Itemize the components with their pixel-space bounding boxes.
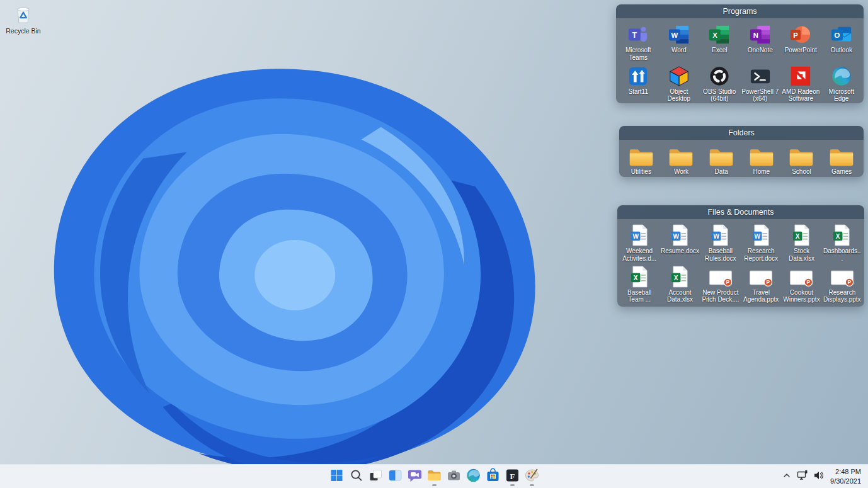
start11-icon [627,64,649,87]
recycle-bin[interactable]: Recycle Bin [3,4,44,35]
svg-text:F: F [510,471,515,480]
tray-clock[interactable]: 2:48 PM 9/30/2021 [827,467,865,485]
desktop-icon-new-product-pitch-deck[interactable]: PNew Product Pitch Deck.... [700,264,741,305]
desktop-icon-onenote[interactable]: NOneNote [740,21,781,63]
icon-label: AMD Radeon Software [781,88,820,103]
fence-programs-title: Programs [722,7,757,16]
taskbar-camera-button[interactable] [444,466,464,487]
icon-label: New Product Pitch Deck.... [701,289,740,304]
desktop-icon-research-displays-pptx[interactable]: PResearch Displays.pptx [822,264,862,305]
svg-text:X: X [674,274,678,281]
desktop-icon-outlook[interactable]: OOutlook [821,21,862,63]
desktop-icon-microsoft-edge[interactable]: Microsoft Edge [821,63,862,103]
taskbar-task-view-button[interactable] [366,466,385,487]
svg-text:P: P [793,31,798,39]
pptdoc-icon: P [830,265,854,288]
desktop-icon-school[interactable]: School [782,143,822,177]
worddoc-icon: W [752,224,770,246]
desktop-icon-research-report-docx[interactable]: WResearch Report.docx [741,222,781,264]
desktop-icon-travel-agenda-pptx[interactable]: PTravel Agenda.pptx [741,264,781,305]
icon-label: Work [674,168,688,176]
folder-icon [829,144,854,167]
desktop-icon-weekend-activites-d[interactable]: WWeekend Activites.d... [619,222,660,264]
running-indicator [432,484,437,486]
svg-text:W: W [632,233,639,240]
desktop-icon-dashboards[interactable]: XDashboards... [822,222,862,264]
taskbar-palette-button[interactable] [522,466,542,487]
exceldoc-icon: X [833,224,851,246]
tray-overflow-button[interactable] [779,467,794,486]
taskbar-start-button[interactable] [327,466,346,487]
desktop-icon-powershell-7-x64[interactable]: PowerShell 7 (x64) [740,63,781,103]
chevron-up-icon [782,470,792,483]
desktop-icon-cookout-winners-pptx[interactable]: PCookout Winners.pptx [781,264,821,305]
taskbar-file-explorer-button[interactable] [425,466,444,487]
icon-label: PowerPoint [785,47,817,54]
fence-folders: Folders UtilitiesWorkDataHomeSchoolGames [619,126,864,177]
desktop-icon-home[interactable]: Home [741,143,782,177]
fence-folders-header[interactable]: Folders [619,126,864,140]
network-button[interactable] [794,467,811,486]
desktop-icon-stock-data-xlsx[interactable]: XStock Data.xlsx [781,222,821,264]
desktop-icon-games[interactable]: Games [821,143,862,177]
desktop-icon-start11[interactable]: Start11 [618,63,659,103]
desktop-icon-data[interactable]: Data [701,143,741,177]
volume-button[interactable] [811,467,827,486]
taskbar-chat-button[interactable] [405,466,425,487]
palette-icon [524,468,539,485]
fence-files-grid: WWeekend Activites.d...WResume.docxWBase… [617,219,864,306]
desktop-icon-amd-radeon-software[interactable]: AMD Radeon Software [780,63,821,103]
desktop-icon-object-desktop[interactable]: Object Desktop [659,63,700,103]
desktop-icon-resume-docx[interactable]: WResume.docx [660,222,700,264]
icon-label: Cookout Winners.pptx [782,289,821,304]
icon-label: Word [671,47,687,54]
powershell-icon [750,64,771,87]
widgets-icon [387,468,403,485]
fence-files-header[interactable]: Files & Documents [617,205,864,219]
desktop-icon-account-data-xlsx[interactable]: XAccount Data.xlsx [660,264,700,305]
icon-label: Utilities [631,168,651,176]
chat-icon [407,468,422,485]
obs-icon [709,64,730,87]
icon-label: Games [831,168,852,176]
svg-text:T: T [632,31,637,40]
icon-label: Data [715,168,728,176]
desktop-icon-work[interactable]: Work [661,143,702,177]
svg-text:W: W [754,233,760,240]
edge-icon [465,468,481,485]
fence-programs-header[interactable]: Programs [616,4,864,18]
powerpoint-icon: P [790,23,811,45]
worddoc-icon: W [631,224,649,246]
desktop-icon-word[interactable]: WWord [659,21,700,63]
svg-text:P: P [767,279,770,285]
icon-label: Account Data.xlsx [660,289,699,304]
desktop-icon-excel[interactable]: XExcel [699,21,740,63]
pptdoc-icon: P [749,265,773,288]
icon-label: Object Desktop [660,88,699,103]
svg-text:X: X [712,31,717,39]
desktop-icon-baseball-team[interactable]: XBaseball Team ... [619,264,660,305]
taskbar-search-button[interactable] [346,466,366,487]
icon-label: PowerShell 7 (x64) [741,88,780,103]
desktop-icon-microsoft-teams[interactable]: TMicrosoft Teams [618,21,659,63]
icon-label: Microsoft Teams [619,47,658,62]
svg-text:X: X [796,233,800,240]
teams-icon: T [627,23,649,45]
icon-label: Travel Agenda.pptx [741,289,780,304]
svg-text:W: W [671,31,678,39]
svg-text:P: P [807,279,811,285]
wallpaper-bloom [16,52,602,472]
taskbar-widgets-button[interactable] [385,466,405,487]
icon-label: Excel [712,47,727,54]
taskbar-edge-button[interactable] [464,466,483,487]
desktop-icon-obs-studio-64bit[interactable]: OBS Studio (64bit) [699,63,740,103]
taskbar-store-button[interactable] [483,466,503,487]
desktop-icon-baseball-rules-docx[interactable]: WBaseball Rules.docx [700,222,741,264]
desktop-icon-powerpoint[interactable]: PPowerPoint [780,21,821,63]
svg-text:W: W [714,233,720,240]
tray-date: 9/30/2021 [830,477,861,485]
fence-programs-grid: TMicrosoft TeamsWWordXExcelNOneNotePPowe… [616,18,864,103]
desktop-icon-utilities[interactable]: Utilities [621,143,661,177]
taskbar-fences-button[interactable]: F [503,466,522,487]
icon-label: Baseball Rules.docx [701,247,740,263]
